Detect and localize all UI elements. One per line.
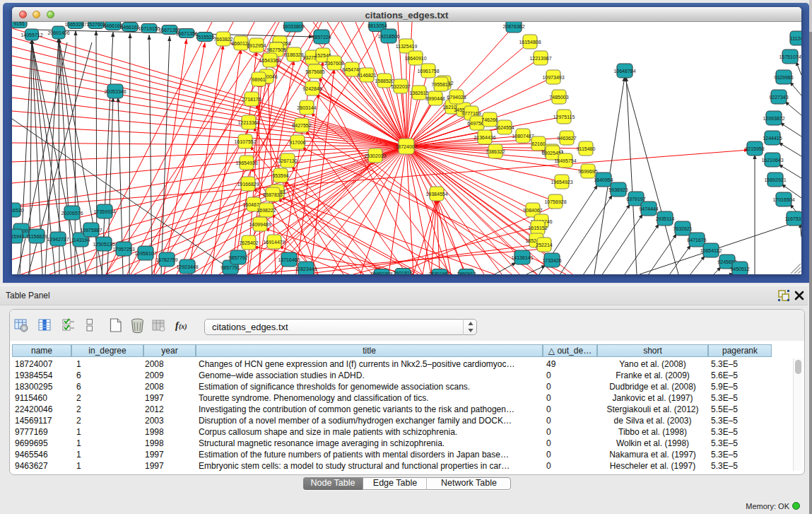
svg-text:2601815: 2601815 [393, 271, 412, 275]
svg-text:9857792: 9857792 [228, 255, 247, 260]
svg-text:15692921: 15692921 [764, 177, 786, 182]
svg-text:7632621: 7632621 [673, 226, 692, 231]
svg-text:62160: 62160 [531, 141, 546, 146]
svg-text:(x): (x) [179, 322, 187, 331]
svg-text:11325419: 11325419 [396, 44, 418, 49]
svg-text:19218506: 19218506 [377, 34, 399, 39]
svg-text:12923448: 12923448 [176, 264, 198, 269]
svg-text:5938923: 5938923 [608, 187, 628, 192]
svg-text:18724007: 18724007 [395, 144, 417, 149]
svg-text:8990448: 8990448 [425, 96, 445, 101]
svg-text:16671356: 16671356 [175, 31, 197, 36]
svg-text:111245: 111245 [790, 36, 801, 41]
svg-text:16033809: 16033809 [282, 24, 304, 29]
svg-text:10719155: 10719155 [138, 26, 160, 31]
svg-text:16154808: 16154808 [519, 40, 541, 45]
svg-text:14136141: 14136141 [511, 255, 533, 260]
svg-text:3624554: 3624554 [495, 125, 514, 130]
svg-text:20876362: 20876362 [502, 24, 524, 29]
svg-text:10648784: 10648784 [613, 69, 635, 74]
svg-text:9474444: 9474444 [639, 206, 658, 211]
svg-text:10654112: 10654112 [700, 248, 722, 253]
svg-text:10975887: 10975887 [80, 228, 102, 233]
svg-text:8471676: 8471676 [687, 238, 706, 243]
svg-text:13716485: 13716485 [278, 257, 300, 262]
svg-text:1615152: 1615152 [528, 226, 547, 230]
svg-text:17957253: 17957253 [112, 247, 134, 252]
svg-text:25302033: 25302033 [364, 153, 386, 158]
svg-text:08301661: 08301661 [428, 271, 450, 275]
svg-text:15751074: 15751074 [779, 54, 801, 59]
svg-text:1244415: 1244415 [763, 136, 782, 141]
svg-text:6794028: 6794028 [447, 95, 466, 100]
svg-text:09960308: 09960308 [370, 271, 392, 275]
svg-text:8215958: 8215958 [745, 146, 764, 151]
svg-text:9827505: 9827505 [266, 47, 286, 52]
svg-text:10807487: 10807487 [512, 134, 534, 139]
svg-text:9084067: 9084067 [523, 208, 542, 213]
svg-text:10958107: 10958107 [134, 251, 156, 256]
svg-text:19654933: 19654933 [235, 160, 257, 165]
svg-text:12823448: 12823448 [295, 267, 317, 271]
svg-text:6379197: 6379197 [626, 197, 645, 201]
svg-text:252214: 252214 [536, 243, 552, 247]
svg-text:9115460: 9115460 [577, 146, 596, 151]
svg-text:12213987: 12213987 [529, 56, 551, 61]
svg-text:9699695: 9699695 [578, 169, 597, 174]
svg-text:14099489: 14099489 [249, 222, 271, 227]
svg-text:20206576: 20206576 [61, 211, 83, 216]
svg-text:16961758: 16961758 [417, 69, 439, 74]
svg-text:17016504: 17016504 [772, 197, 794, 202]
svg-text:2803144: 2803144 [297, 105, 316, 110]
svg-text:10653287: 10653287 [64, 22, 86, 27]
svg-text:16107552: 16107552 [234, 139, 256, 144]
svg-text:8813054: 8813054 [367, 23, 387, 28]
svg-text:6466161: 6466161 [120, 25, 139, 30]
svg-text:3915941: 3915941 [12, 234, 25, 239]
svg-text:21364436: 21364436 [473, 135, 495, 140]
svg-text:3267130: 3267130 [278, 158, 297, 163]
svg-text:9242848: 9242848 [302, 86, 322, 91]
svg-text:12975115: 12975115 [553, 115, 575, 119]
svg-text:1860913: 1860913 [457, 271, 476, 275]
svg-text:9463627: 9463627 [557, 136, 576, 141]
svg-text:5875685: 5875685 [305, 69, 324, 74]
svg-text:1143194: 1143194 [71, 238, 90, 243]
svg-text:8427552: 8427552 [292, 123, 311, 128]
svg-text:1167533: 1167533 [785, 216, 801, 221]
svg-text:2718176: 2718176 [242, 97, 261, 102]
svg-text:19654923: 19654923 [551, 180, 572, 185]
svg-text:353594: 353594 [272, 173, 288, 178]
svg-text:7625402: 7625402 [239, 240, 258, 245]
svg-text:11156829: 11156829 [26, 234, 47, 239]
svg-text:16210643: 16210643 [761, 158, 783, 163]
svg-text:1362615: 1362615 [409, 90, 428, 95]
svg-text:10756928: 10756928 [544, 199, 566, 204]
svg-text:12093872: 12093872 [763, 116, 784, 121]
svg-text:746266: 746266 [481, 117, 498, 122]
svg-text:17359934: 17359934 [93, 209, 115, 214]
svg-text:16914479: 16914479 [263, 240, 285, 245]
svg-text:18640910: 18640910 [404, 56, 426, 61]
svg-text:8587833: 8587833 [263, 192, 282, 197]
svg-text:19166829: 19166829 [237, 182, 259, 187]
svg-text:7955813: 7955813 [431, 82, 450, 87]
svg-text:7386322: 7386322 [486, 149, 505, 154]
svg-text:26166530: 26166530 [12, 208, 24, 213]
svg-text:20053346: 20053346 [104, 89, 126, 94]
svg-text:2935114: 2935114 [656, 216, 675, 221]
svg-text:8186328: 8186328 [284, 52, 303, 57]
svg-text:9329966: 9329966 [774, 75, 793, 80]
svg-text:9777169: 9777169 [461, 111, 481, 116]
svg-text:9146821: 9146821 [357, 73, 376, 78]
svg-text:9450512: 9450512 [730, 267, 749, 271]
svg-text:2367608: 2367608 [324, 61, 343, 66]
svg-text:14055712: 14055712 [20, 33, 42, 37]
svg-text:9227343: 9227343 [769, 95, 788, 100]
svg-text:19384554: 19384554 [425, 192, 447, 197]
svg-text:8454749: 8454749 [342, 67, 361, 72]
svg-text:12505135: 12505135 [93, 242, 114, 247]
svg-text:7857224: 7857224 [312, 35, 331, 40]
svg-text:9155: 9155 [13, 22, 25, 26]
svg-text:7663822: 7663822 [213, 37, 233, 42]
